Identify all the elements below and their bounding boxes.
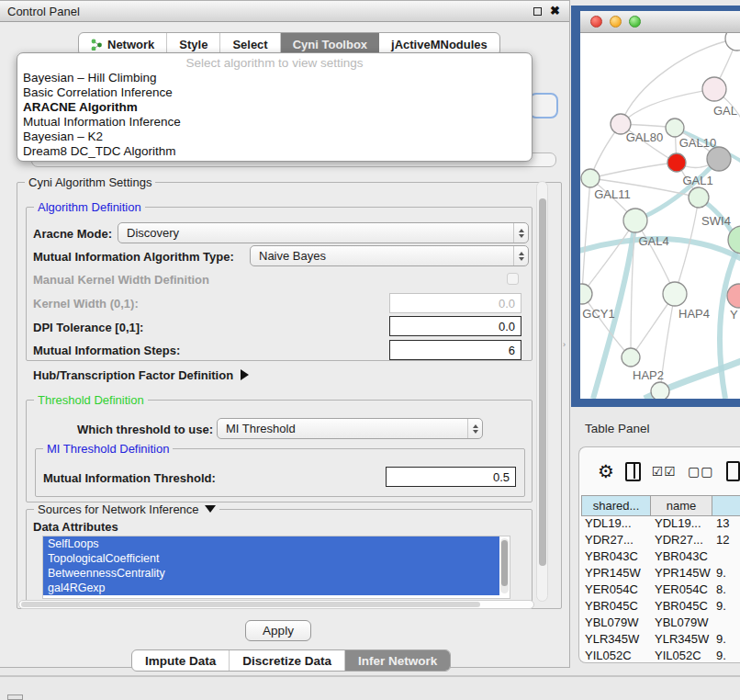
table-panel: ⚙ ☑☑ ▢▢ shared...name YDL19...YDL19...13… <box>578 446 740 663</box>
hub-definition-toggle[interactable]: Hub/Transcription Factor Definition <box>33 368 249 382</box>
node-gal10[interactable] <box>666 119 684 137</box>
close-traffic-light-icon[interactable] <box>590 16 602 28</box>
inference-algorithm-combo-partial[interactable] <box>529 93 558 119</box>
algorithm-item-bayesian-k2[interactable]: Bayesian – K2 <box>17 130 532 144</box>
hub-definition-label: Hub/Transcription Factor Definition <box>33 368 233 382</box>
which-threshold-value: MI Threshold <box>218 422 467 435</box>
control-panel-titlebar: Control Panel ✖ <box>0 1 569 22</box>
settings-horizontal-scrollbar[interactable] <box>18 600 534 609</box>
table-row[interactable]: YBR045CYBR045C9. <box>581 599 740 615</box>
network-edge[interactable] <box>582 178 590 294</box>
node-top-partial[interactable] <box>725 33 740 51</box>
algorithm-item-aracne-algorithm[interactable]: ARACNE Algorithm <box>17 100 532 115</box>
algorithm-item-bayesian-hill-climbing[interactable]: Bayesian – Hill Climbing <box>17 71 532 85</box>
node-gal1-green[interactable] <box>689 187 709 208</box>
attributes-scrollbar[interactable] <box>500 538 509 593</box>
bottom-divider <box>0 675 740 677</box>
node-salmon[interactable] <box>727 284 740 308</box>
node-gray[interactable] <box>707 147 731 171</box>
kernel-width-label: Kernel Width (0,1): <box>33 297 139 310</box>
column-header-name[interactable]: name <box>651 495 712 516</box>
which-threshold-combo[interactable]: MI Threshold <box>217 418 483 439</box>
zoom-traffic-light-icon[interactable] <box>629 16 641 28</box>
kernel-width-input[interactable] <box>389 293 521 313</box>
attr-items: SelfLoopsTopologicalCoefficientBetweenne… <box>43 536 510 595</box>
table-row[interactable]: YIL052CYIL052C9. <box>581 649 740 663</box>
table-row[interactable]: YDL19...YDL19...13 <box>581 516 740 533</box>
float-window-icon[interactable] <box>533 7 542 16</box>
node-pink-top[interactable] <box>702 77 726 101</box>
deselect-all-checkboxes-icon[interactable]: ▢▢ <box>688 464 713 479</box>
mi-type-combo[interactable]: Naive Bayes <box>250 245 529 266</box>
settings-vertical-scrollbar[interactable] <box>536 181 548 602</box>
algorithm-item-mutual-information-inference[interactable]: Mutual Information Inference <box>17 115 532 130</box>
column-header-partial[interactable] <box>712 495 740 516</box>
data-attributes-list[interactable]: SelfLoopsTopologicalCoefficientBetweenne… <box>42 536 510 599</box>
table-row[interactable]: YBR043CYBR043C <box>581 549 740 566</box>
network-icon <box>91 39 103 51</box>
stepper-arrows-icon <box>513 223 528 243</box>
node-gcy1[interactable] <box>580 284 592 304</box>
table-cell: YPR145W <box>581 566 651 582</box>
export-table-icon[interactable] <box>726 461 740 481</box>
network-canvas[interactable]: GALGAL80GAL10GAL1SWI4GAL11GAL4GCY1HAP4YH… <box>580 33 740 399</box>
network-window-titlebar[interactable] <box>580 11 740 33</box>
aracne-mode-combo[interactable]: Discovery <box>118 222 529 243</box>
gear-icon[interactable]: ⚙ <box>598 460 614 482</box>
sources-toggle[interactable]: Sources for Network Inference <box>34 502 219 516</box>
close-icon[interactable]: ✖ <box>550 6 560 16</box>
panel-splitter-handle[interactable]: › <box>563 340 566 349</box>
manual-kernel-checkbox[interactable] <box>507 273 519 285</box>
attribute-item-topologicalcoefficient[interactable]: TopologicalCoefficient <box>43 551 499 566</box>
tab-infer-network[interactable]: Infer Network <box>345 650 450 671</box>
minimize-traffic-light-icon[interactable] <box>610 16 622 28</box>
dpi-tolerance-label: DPI Tolerance [0,1]: <box>33 321 143 334</box>
mi-threshold-input[interactable] <box>386 467 516 487</box>
column-layout-icon[interactable] <box>625 462 641 481</box>
dpi-tolerance-input[interactable] <box>389 316 521 336</box>
algorithm-item-dream8-dc-tdc-algorithm[interactable]: Dream8 DC_TDC Algorithm <box>17 144 532 159</box>
algorithm-item-basic-correlation-inference[interactable]: Basic Correlation Inference <box>17 85 532 100</box>
tab-discretize-data[interactable]: Discretize Data <box>230 650 345 671</box>
table-row[interactable]: YPR145WYPR145W9. <box>581 566 740 582</box>
aracne-mode-value: Discovery <box>118 226 513 240</box>
table-header-row: shared...name <box>581 495 740 516</box>
table-cell: YER054C <box>581 582 651 599</box>
table-row[interactable]: YDR27...YDR27...12 <box>581 533 740 549</box>
attribute-item-gal4rgexp[interactable]: gal4RGexp <box>43 581 499 595</box>
table-cell: 13 <box>712 516 740 533</box>
network-edge[interactable] <box>590 163 677 178</box>
table-row[interactable]: YBL079WYBL079W <box>581 615 740 632</box>
cyni-settings-title: Cyni Algorithm Settings <box>25 175 155 189</box>
table-cell: 9. <box>712 632 740 649</box>
node-label-gal10: GAL10 <box>679 136 716 150</box>
table-cell: YBR043C <box>651 549 712 566</box>
select-all-checkboxes-icon[interactable]: ☑☑ <box>652 464 677 479</box>
network-edge[interactable] <box>675 198 699 294</box>
node-gal4[interactable] <box>623 209 647 232</box>
apply-button[interactable]: Apply <box>245 620 311 641</box>
mi-steps-input[interactable] <box>389 340 521 360</box>
table-row[interactable]: YER054CYER054C8. <box>581 582 740 599</box>
stepper-arrows-icon <box>467 419 482 438</box>
attribute-item-betweennesscentrality[interactable]: BetweennessCentrality <box>43 566 499 581</box>
tab-label: Select <box>232 38 267 51</box>
network-edge[interactable] <box>621 89 714 124</box>
node-red[interactable] <box>667 153 686 172</box>
table-row[interactable]: YLR345WYLR345W9. <box>581 632 740 649</box>
node-gal11[interactable] <box>581 169 600 187</box>
mi-type-value: Naive Bayes <box>251 249 513 263</box>
collapsed-arrow-icon <box>241 369 249 380</box>
column-header-shared[interactable]: shared... <box>581 495 651 516</box>
node-hap2[interactable] <box>622 348 640 367</box>
attribute-item-selfloops[interactable]: SelfLoops <box>43 536 499 551</box>
node-hap4[interactable] <box>663 282 687 306</box>
network-view-window: GALGAL80GAL10GAL1SWI4GAL11GAL4GCY1HAP4YH… <box>571 6 740 407</box>
control-panel-window: Control Panel ✖ NetworkStyleSelectCyni T… <box>0 0 570 668</box>
tab-impute-data[interactable]: Impute Data <box>132 650 230 671</box>
node-bottom-partial[interactable] <box>651 382 669 399</box>
node-label-hap4: HAP4 <box>678 307 710 321</box>
node-label-swi4: SWI4 <box>701 214 731 228</box>
network-graph: GALGAL80GAL10GAL1SWI4GAL11GAL4GCY1HAP4YH… <box>580 33 740 399</box>
algorithm-popup: Select algorithm to view settings Bayesi… <box>17 52 533 162</box>
